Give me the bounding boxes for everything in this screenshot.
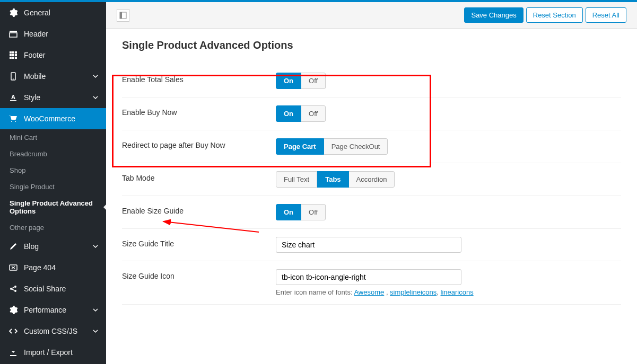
chevron-down-icon <box>93 307 98 313</box>
sidebar-item-style[interactable]: A Style <box>0 87 106 108</box>
svg-point-16 <box>10 288 12 290</box>
toggle-redirect-page: Page Cart Page CheckOut <box>276 138 388 155</box>
svg-point-18 <box>14 290 16 292</box>
field-enable-buy-now: Enable Buy Now On Off <box>122 97 621 130</box>
sidebar-item-social-share[interactable]: Social Share <box>0 278 106 299</box>
toolbar: Save Changes Reset Section Reset All <box>106 2 637 29</box>
grid-icon <box>8 50 19 60</box>
sidebar-item-label: Header <box>24 30 48 38</box>
code-icon <box>8 326 19 336</box>
underline-a-icon: A <box>8 92 19 103</box>
helper-text: Enter icon name of fonts: Awesome , simp… <box>276 288 621 296</box>
toggle-on[interactable]: On <box>276 105 301 122</box>
toggle-enable-size-guide: On Off <box>276 204 326 220</box>
svg-rect-7 <box>15 54 17 56</box>
toggle-enable-total-sales: On Off <box>276 73 326 89</box>
cart-icon <box>8 113 19 124</box>
sidebar-item-page-404[interactable]: Page 404 <box>0 257 106 278</box>
svg-rect-6 <box>12 54 14 56</box>
sidebar-item-performance[interactable]: Performance <box>0 299 106 321</box>
toggle-off[interactable]: Off <box>301 73 326 89</box>
svg-rect-4 <box>15 51 17 54</box>
svg-rect-5 <box>10 54 12 56</box>
svg-rect-2 <box>10 51 12 54</box>
gear-icon <box>8 7 19 18</box>
sidebar-item-label: Import / Export <box>24 348 73 357</box>
sidebar-item-label: Page 404 <box>24 263 56 272</box>
sidebar-item-blog[interactable]: Blog <box>0 236 106 257</box>
chevron-down-icon <box>93 244 98 249</box>
field-label: Redirect to page after Buy Now <box>122 138 276 149</box>
svg-rect-20 <box>120 12 122 19</box>
svg-point-12 <box>13 78 14 79</box>
panel-toggle-icon[interactable] <box>117 9 129 22</box>
sidebar-item-footer[interactable]: Footer <box>0 45 106 66</box>
field-size-guide-icon: Size Guide Icon Enter icon name of fonts… <box>122 261 621 305</box>
sidebar-item-general[interactable]: General <box>0 2 106 23</box>
mobile-icon <box>8 71 19 82</box>
sidebar-item-label: Social Share <box>24 285 66 293</box>
toggle-on[interactable]: On <box>276 73 301 89</box>
sidebar: General Header Footer Mobile A Style Woo… <box>0 2 106 364</box>
svg-rect-0 <box>10 31 17 32</box>
sidebar-sub-mini-cart[interactable]: Mini Cart <box>0 129 106 146</box>
option-page-cart[interactable]: Page Cart <box>276 138 324 155</box>
field-label: Size Guide Title <box>122 237 276 248</box>
chevron-down-icon <box>93 329 98 334</box>
layout-top-icon <box>8 29 19 39</box>
sidebar-item-mobile[interactable]: Mobile <box>0 66 106 87</box>
sidebar-item-woocommerce[interactable]: WooCommerce <box>0 108 106 129</box>
sidebar-item-label: Style <box>24 93 40 102</box>
sidebar-sub-breadcrumb[interactable]: Breadcrumb <box>0 146 106 162</box>
link-linearicons[interactable]: linearicons <box>441 288 474 296</box>
toggle-on[interactable]: On <box>276 204 301 220</box>
download-icon <box>8 347 19 358</box>
svg-rect-1 <box>10 33 17 37</box>
chevron-down-icon <box>93 95 98 100</box>
pencil-icon <box>8 241 19 252</box>
field-label: Size Guide Icon <box>122 269 276 280</box>
field-tab-mode: Tab Mode Full Text Tabs Accordion <box>122 163 621 196</box>
toggle-tab-mode: Full Text Tabs Accordion <box>276 171 395 188</box>
field-enable-total-sales: Enable Total Sales On Off <box>122 65 621 97</box>
svg-rect-9 <box>12 57 14 59</box>
field-label: Tab Mode <box>122 171 276 182</box>
svg-rect-8 <box>10 57 12 59</box>
option-tabs[interactable]: Tabs <box>317 171 348 188</box>
save-changes-button[interactable]: Save Changes <box>464 7 523 23</box>
error-icon <box>8 262 19 273</box>
gear-bold-icon <box>8 305 19 315</box>
sidebar-sub-single-product-advanced[interactable]: Single Product Advanced Options <box>0 195 106 219</box>
toggle-off[interactable]: Off <box>301 105 326 122</box>
size-guide-icon-input[interactable] <box>276 269 461 285</box>
option-full-text[interactable]: Full Text <box>276 171 317 188</box>
svg-rect-14 <box>10 100 16 101</box>
sidebar-item-import-export[interactable]: Import / Export <box>0 342 106 363</box>
sidebar-sub-shop[interactable]: Shop <box>0 162 106 179</box>
option-accordion[interactable]: Accordion <box>349 171 395 188</box>
sidebar-item-label: Footer <box>24 51 45 59</box>
sidebar-item-header[interactable]: Header <box>0 23 106 45</box>
sidebar-sub-single-product[interactable]: Single Product <box>0 179 106 195</box>
sidebar-item-label: WooCommerce <box>24 114 75 123</box>
field-label: Enable Buy Now <box>122 105 276 117</box>
sidebar-sub-other-page[interactable]: Other page <box>0 219 106 236</box>
main-content: Save Changes Reset Section Reset All Sin… <box>106 2 637 364</box>
link-simplelineicons[interactable]: simplelineicons <box>390 288 437 296</box>
svg-text:A: A <box>11 94 15 100</box>
toggle-off[interactable]: Off <box>301 204 326 220</box>
field-enable-size-guide: Enable Size Guide On Off <box>122 196 621 229</box>
link-awesome[interactable]: Awesome <box>354 288 384 296</box>
option-page-checkout[interactable]: Page CheckOut <box>324 138 388 155</box>
field-label: Enable Size Guide <box>122 204 276 215</box>
reset-all-button[interactable]: Reset All <box>586 7 626 23</box>
sidebar-item-label: General <box>24 8 50 17</box>
size-guide-title-input[interactable] <box>276 237 461 253</box>
reset-section-button[interactable]: Reset Section <box>526 7 583 23</box>
svg-rect-10 <box>15 57 17 59</box>
sidebar-item-custom-css-js[interactable]: Custom CSS/JS <box>0 321 106 342</box>
sidebar-item-label: Mobile <box>24 72 46 81</box>
field-label: Enable Total Sales <box>122 73 276 84</box>
share-icon <box>8 283 19 294</box>
svg-rect-3 <box>12 51 14 54</box>
